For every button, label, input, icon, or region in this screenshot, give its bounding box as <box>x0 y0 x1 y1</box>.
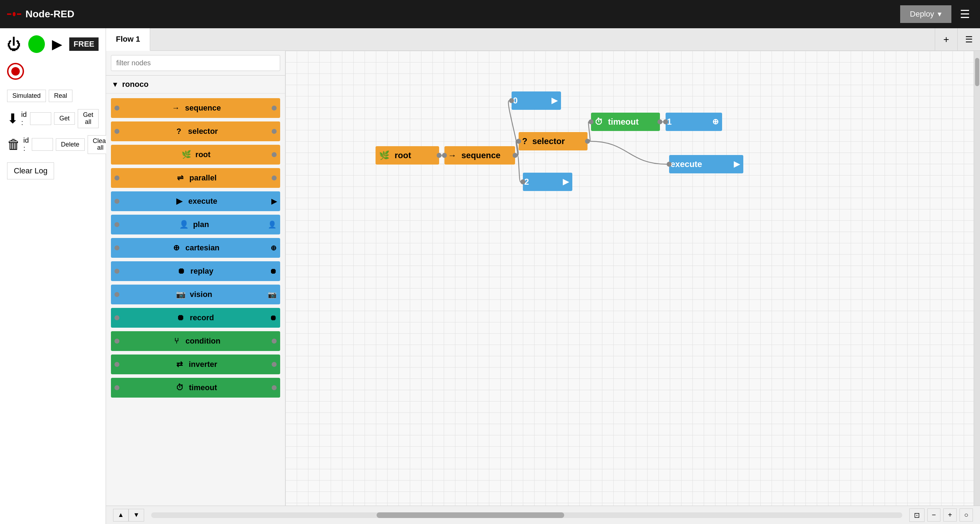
get-row: ⬇ id : Get Get all <box>7 109 99 128</box>
tab-add-button[interactable]: + <box>935 28 958 51</box>
canvas-node-n2[interactable]: 2▶ <box>523 173 572 191</box>
node-left-condition: ⑂condition <box>171 337 220 346</box>
node-icon-inverter: ⇄ <box>174 360 185 369</box>
get-button[interactable]: Get <box>54 112 75 125</box>
canvas-label-sequence: sequence <box>460 151 506 160</box>
logo-dash1 <box>7 13 11 15</box>
port-left <box>115 245 119 250</box>
node-label-sequence: sequence <box>185 103 221 113</box>
right-scrollbar[interactable] <box>974 51 980 506</box>
node-end-icon: 📷 <box>268 290 277 299</box>
port-left <box>115 292 119 297</box>
canvas-arrow-n0: ▶ <box>552 96 561 105</box>
zoom-controls: ⊡ − + ○ <box>909 508 973 522</box>
port-right <box>272 106 277 111</box>
trash-icon: 🗑 <box>7 137 21 152</box>
sidebar-node-plan[interactable]: 👤plan👤 <box>111 215 280 235</box>
node-left-root: 🌿root <box>181 150 210 159</box>
zoom-circle-button[interactable]: ○ <box>959 508 973 522</box>
canvas-node-timeout[interactable]: ⏱timeout <box>591 113 660 131</box>
node-label-parallel: parallel <box>189 173 216 183</box>
port-right <box>272 129 277 134</box>
zoom-out-button[interactable]: − <box>928 508 941 522</box>
search-box <box>106 51 285 76</box>
node-label-root: root <box>196 150 210 159</box>
node-icon-cartesian: ⊕ <box>171 243 182 252</box>
real-button[interactable]: Real <box>49 90 72 102</box>
flow-area: ▼ ronoco →sequence?selector🌿root⇌paralle… <box>106 51 980 506</box>
port-right <box>272 152 277 157</box>
canvas-node-selector[interactable]: ?selector <box>519 132 587 151</box>
sidebar-node-timeout[interactable]: ⏱timeout <box>111 378 280 398</box>
sidebar-node-root[interactable]: 🌿root <box>111 145 280 165</box>
nodes-sidebar: ▼ ronoco →sequence?selector🌿root⇌paralle… <box>106 51 285 506</box>
canvas-node-n0[interactable]: 0▶ <box>512 91 561 110</box>
port-right-sequence <box>512 153 517 158</box>
bottom-scrollbar[interactable] <box>151 512 902 518</box>
sidebar-node-inverter[interactable]: ⇄inverter <box>111 354 280 374</box>
canvas-node-sequence[interactable]: →sequence <box>444 146 515 165</box>
hamburger-button[interactable]: ☰ <box>957 5 973 24</box>
port-left-n2 <box>520 179 525 184</box>
port-left <box>115 222 119 227</box>
node-left-execute: ▶execute <box>173 197 217 206</box>
sidebar-node-condition[interactable]: ⑂condition <box>111 331 280 351</box>
sidebar-node-cartesian[interactable]: ⊕cartesian⊕ <box>111 238 280 258</box>
sidebar-down-button[interactable]: ▼ <box>129 509 144 522</box>
search-input[interactable] <box>111 55 280 71</box>
play-button[interactable]: ▶ <box>52 37 62 52</box>
id-input-get[interactable] <box>30 112 51 125</box>
tab-flow1[interactable]: Flow 1 <box>106 28 150 51</box>
record-button[interactable] <box>7 63 24 80</box>
sidebar-node-execute[interactable]: ▶execute▶ <box>111 191 280 211</box>
sidebar-node-replay[interactable]: ⏺replay⏺ <box>111 261 280 281</box>
connection-selector-execute <box>590 141 667 164</box>
node-icon-parallel: ⇌ <box>175 173 186 183</box>
canvas-node-execute[interactable]: execute▶ <box>669 155 743 173</box>
sidebar-node-record[interactable]: ⏺record⏺ <box>111 308 280 328</box>
node-label-cartesian: cartesian <box>186 243 220 252</box>
node-end-icon: ⏺ <box>270 267 277 275</box>
section-title: ronoco <box>122 80 149 89</box>
section-header-ronoco[interactable]: ▼ ronoco <box>106 76 285 94</box>
tabs-bar: Flow 1 + ☰ <box>106 28 980 51</box>
port-left <box>115 199 119 204</box>
sidebar-up-button[interactable]: ▲ <box>113 509 129 522</box>
sidebar-node-sequence[interactable]: →sequence <box>111 98 280 118</box>
canvas-icon-root: 🌿 <box>375 151 393 160</box>
canvas-label-timeout: timeout <box>606 117 644 127</box>
node-label-replay: replay <box>191 267 213 276</box>
fit-view-button[interactable]: ⊡ <box>909 508 924 522</box>
main-layout: ⏻ ▶ FREE Simulated Real ⬇ id : Get Get a… <box>0 28 980 524</box>
tab-list-button[interactable]: ☰ <box>958 28 980 51</box>
sidebar-node-parallel[interactable]: ⇌parallel <box>111 168 280 188</box>
node-icon-record: ⏺ <box>175 313 186 322</box>
id-input-delete[interactable] <box>32 138 53 151</box>
deploy-arrow-icon: ▾ <box>938 10 942 19</box>
power-button[interactable]: ⏻ <box>7 37 21 52</box>
port-left-selector <box>516 139 521 144</box>
connection-selector-timeout <box>589 122 590 141</box>
port-left <box>115 106 119 111</box>
deploy-button[interactable]: Deploy ▾ <box>900 5 951 23</box>
delete-button[interactable]: Delete <box>56 138 85 151</box>
bottom-scrollbar-thumb <box>377 512 564 518</box>
flow-canvas[interactable]: 🌿root→sequence0▶?selector2▶⏱timeout1⊕exe… <box>285 51 974 506</box>
node-left-parallel: ⇌parallel <box>175 173 216 183</box>
clear-log-button[interactable]: Clear Log <box>7 162 54 179</box>
canvas-label-root: root <box>393 151 417 160</box>
canvas-node-root[interactable]: 🌿root <box>375 146 439 165</box>
sidebar-node-selector[interactable]: ?selector <box>111 121 280 141</box>
get-all-button[interactable]: Get all <box>78 109 99 128</box>
sidebar-node-vision[interactable]: 📷vision📷 <box>111 284 280 304</box>
canvas-node-n1[interactable]: 1⊕ <box>666 113 722 131</box>
sidebar-nav-arrows: ▲ ▼ <box>113 509 144 522</box>
port-left-timeout <box>589 119 593 124</box>
node-label-condition: condition <box>186 337 220 346</box>
zoom-in-button[interactable]: + <box>943 508 957 522</box>
canvas-arrow-execute: ▶ <box>734 160 743 169</box>
node-icon-execute: ▶ <box>173 197 185 206</box>
status-indicator[interactable] <box>28 35 45 53</box>
simulated-button[interactable]: Simulated <box>7 90 46 102</box>
canvas-label-selector: selector <box>531 136 571 146</box>
